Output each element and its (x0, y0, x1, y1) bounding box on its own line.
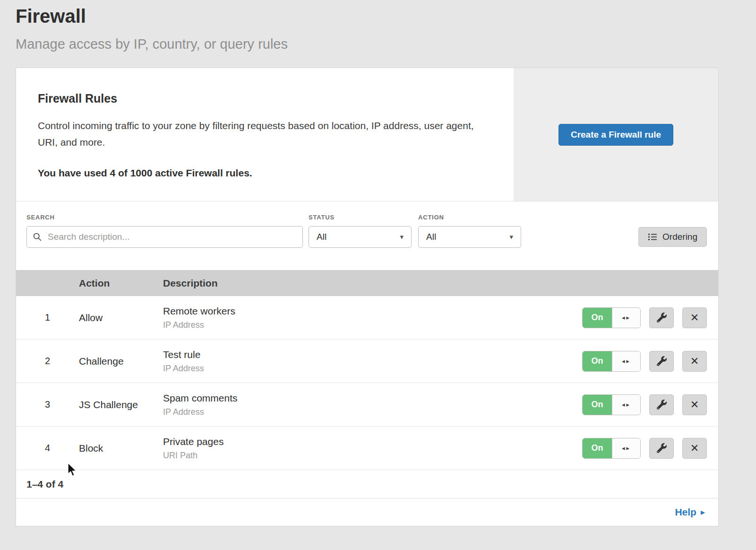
create-rule-panel: Create a Firewall rule (514, 68, 718, 201)
delete-rule-button[interactable]: ✕ (682, 438, 707, 459)
rule-type: IP Address (163, 407, 582, 417)
rules-info-section: Firewall Rules Control incoming traffic … (16, 68, 718, 201)
toggle-handle[interactable]: ◂▸ (612, 395, 640, 415)
drag-arrows-icon: ◂▸ (622, 445, 631, 452)
ordered-list-icon (648, 233, 657, 241)
create-firewall-rule-button[interactable]: Create a Firewall rule (558, 124, 673, 146)
delete-rule-button[interactable]: ✕ (682, 307, 707, 328)
toggle-on-label: On (583, 438, 612, 458)
wrench-icon (657, 443, 667, 453)
delete-rule-button[interactable]: ✕ (682, 394, 707, 415)
rule-controls: On ◂▸ ✕ (582, 307, 707, 328)
column-header-description: Description (163, 278, 718, 289)
edit-rule-button[interactable] (649, 307, 674, 328)
edit-rule-button[interactable] (649, 438, 674, 459)
toggle-handle[interactable]: ◂▸ (612, 438, 640, 458)
drag-arrows-icon: ◂▸ (622, 401, 631, 408)
action-select[interactable]: All ▾ (418, 226, 521, 248)
rule-description: Test rule IP Address (163, 349, 582, 374)
rule-title: Private pages (163, 436, 582, 447)
chevron-down-icon: ▾ (400, 233, 404, 241)
table-row: 3 JS Challenge Spam comments IP Address … (16, 383, 718, 427)
chevron-down-icon: ▾ (509, 233, 513, 241)
table-row: 4 Block Private pages URI Path On ◂▸ ✕ (16, 427, 718, 470)
rule-type: IP Address (163, 364, 582, 374)
rule-toggle[interactable]: On ◂▸ (582, 394, 641, 415)
filters-bar: SEARCH STATUS All ▾ ACTION All ▾ (16, 201, 718, 270)
toggle-on-label: On (583, 308, 612, 328)
toggle-handle[interactable]: ◂▸ (612, 351, 640, 371)
column-header-action: Action (79, 278, 163, 289)
rule-controls: On ◂▸ ✕ (582, 438, 707, 459)
rules-usage-text: You have used 4 of 1000 active Firewall … (38, 167, 481, 179)
rules-info: Firewall Rules Control incoming traffic … (16, 68, 514, 201)
close-icon: ✕ (690, 443, 699, 454)
rule-type: URI Path (163, 451, 582, 461)
toggle-handle[interactable]: ◂▸ (612, 308, 640, 328)
edit-rule-button[interactable] (649, 394, 674, 415)
table-header: Action Description (16, 270, 718, 296)
row-number: 1 (16, 312, 79, 323)
status-filter: STATUS All ▾ (309, 214, 412, 248)
page-title: Firewall (16, 6, 756, 27)
search-box (26, 226, 303, 248)
rule-action: Block (79, 443, 163, 454)
table-row: 1 Allow Remote workers IP Address On ◂▸ … (16, 296, 718, 340)
ordering-button-label: Ordering (662, 232, 697, 242)
row-number: 2 (16, 356, 79, 367)
search-filter: SEARCH (26, 214, 303, 248)
search-label: SEARCH (26, 214, 303, 221)
rules-heading: Firewall Rules (38, 92, 481, 105)
help-bar: Help ▸ (16, 498, 718, 525)
drag-arrows-icon: ◂▸ (622, 314, 631, 321)
ordering-button[interactable]: Ordering (638, 227, 707, 247)
status-select[interactable]: All ▾ (309, 226, 412, 248)
action-label: ACTION (418, 214, 521, 221)
page-header: Firewall Manage access by IP, country, o… (0, 0, 756, 52)
wrench-icon (657, 356, 667, 366)
rule-title: Test rule (163, 349, 582, 360)
firewall-rules-card: Firewall Rules Control incoming traffic … (16, 68, 719, 526)
help-arrow-icon: ▸ (701, 507, 705, 517)
rule-description: Spam comments IP Address (163, 393, 582, 417)
row-number: 4 (16, 443, 79, 454)
help-link-label: Help (675, 506, 696, 518)
rule-controls: On ◂▸ ✕ (582, 394, 707, 415)
close-icon: ✕ (690, 356, 699, 367)
status-label: STATUS (309, 214, 412, 221)
rule-type: IP Address (163, 320, 582, 330)
toggle-on-label: On (583, 395, 612, 415)
rule-description: Private pages URI Path (163, 436, 582, 461)
rule-controls: On ◂▸ ✕ (582, 351, 707, 372)
rule-title: Remote workers (163, 306, 582, 317)
search-input[interactable] (26, 226, 303, 248)
rule-action: Challenge (79, 356, 163, 367)
results-count: 1–4 of 4 (16, 470, 718, 498)
action-filter: ACTION All ▾ (418, 214, 521, 248)
row-number: 3 (16, 399, 79, 410)
rule-toggle[interactable]: On ◂▸ (582, 351, 641, 372)
rule-action: Allow (79, 312, 163, 323)
rule-toggle[interactable]: On ◂▸ (582, 307, 641, 328)
wrench-icon (657, 313, 667, 323)
close-icon: ✕ (690, 400, 699, 410)
edit-rule-button[interactable] (649, 351, 674, 372)
rule-action: JS Challenge (79, 399, 163, 410)
rule-description: Remote workers IP Address (163, 306, 582, 330)
table-row: 2 Challenge Test rule IP Address On ◂▸ ✕ (16, 340, 718, 383)
action-select-value: All (426, 232, 436, 242)
rule-title: Spam comments (163, 393, 582, 404)
page-subtitle: Manage access by IP, country, or query r… (16, 36, 756, 52)
wrench-icon (657, 400, 667, 410)
toggle-on-label: On (583, 351, 612, 371)
search-icon (33, 232, 42, 242)
drag-arrows-icon: ◂▸ (622, 358, 631, 365)
close-icon: ✕ (690, 313, 699, 323)
help-link[interactable]: Help ▸ (675, 506, 705, 518)
delete-rule-button[interactable]: ✕ (682, 351, 707, 372)
status-select-value: All (317, 232, 326, 242)
rules-description: Control incoming traffic to your zone by… (38, 118, 481, 150)
rule-toggle[interactable]: On ◂▸ (582, 438, 641, 459)
